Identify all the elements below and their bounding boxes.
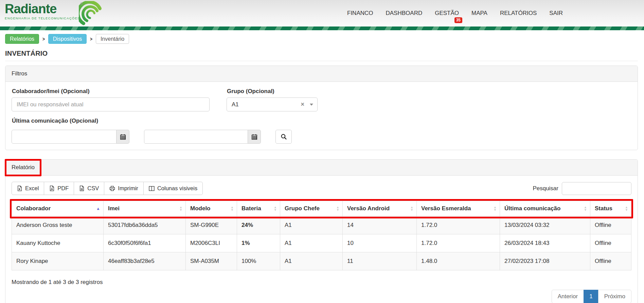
filter-search-button[interactable] <box>275 130 292 144</box>
green-striped-divider <box>0 26 644 30</box>
logo-tagline: ENGENHARIA DE TELECOMUNICAÇÕES <box>5 16 80 20</box>
breadcrumb-arrow-icon: > <box>90 36 92 42</box>
cell-ultima-comunicacao: 27/02/2023 17:08 <box>500 252 590 270</box>
sort-both-icon: ▲▼ <box>179 206 182 211</box>
cell-bateria: 1% <box>237 234 280 252</box>
export-button-group: Excel PDF <box>12 182 203 195</box>
report-toolbar: Excel PDF <box>12 182 631 195</box>
cell-colaborador: Rory Kinape <box>12 252 104 270</box>
colunas-visiveis-button[interactable]: Colunas visiveis <box>143 182 203 195</box>
column-header-colaborador[interactable]: Colaborador ▲ <box>12 201 104 216</box>
pdf-button[interactable]: PDF <box>44 182 74 195</box>
pagination-prev-button[interactable]: Anterior <box>552 290 584 303</box>
pagination: Anterior 1 Próximo <box>552 290 631 303</box>
table-row: Rory Kinape 46eaff83b3af28e5 SM-A035M 10… <box>12 252 631 270</box>
svg-text:®: ® <box>80 2 83 6</box>
cell-versao-esmeralda: 1.72.0 <box>417 234 500 252</box>
column-header-status[interactable]: Status ▲▼ <box>590 201 631 216</box>
table-row: Anderson Gross teste 53017fdb6a36dda5 SM… <box>12 216 631 234</box>
column-header-grupo-chefe[interactable]: Grupo Chefe ▲▼ <box>280 201 343 216</box>
main-nav: FINANCO DASHBOARD GESTÃO 35 MAPA RELATÓR… <box>347 0 563 26</box>
cell-versao-esmeralda: 1.72.0 <box>417 216 500 234</box>
cell-modelo: SM-G990E <box>186 216 237 234</box>
cell-status: Offline <box>590 216 631 234</box>
excel-button[interactable]: Excel <box>12 182 44 195</box>
colaborador-imei-input[interactable] <box>12 97 210 111</box>
nav-item-dashboard[interactable]: DASHBOARD <box>386 10 423 17</box>
breadcrumb-relatorios[interactable]: Relatórios <box>5 34 39 44</box>
nav-item-relatorios[interactable]: RELATÓRIOS <box>500 10 537 17</box>
logo-swoosh-icon: ® <box>79 1 109 25</box>
column-header-ultima-comunicacao[interactable]: Última comunicação ▲▼ <box>500 201 590 216</box>
filters-panel-heading[interactable]: Filtros <box>5 66 638 82</box>
title-divider <box>5 61 638 61</box>
imprimir-button[interactable]: Imprimir <box>104 182 144 195</box>
cell-ultima-comunicacao: 13/03/2024 03:32 <box>500 216 590 234</box>
date-to-input[interactable] <box>144 130 248 144</box>
sort-both-icon: ▲▼ <box>410 206 413 211</box>
cell-imei: 46eaff83b3af28e5 <box>104 252 186 270</box>
column-header-versao-android[interactable]: Versão Android ▲▼ <box>343 201 417 216</box>
cell-grupo-chefe: A1 <box>280 216 343 234</box>
grupo-select[interactable]: A1 × <box>227 97 318 111</box>
table-search-input[interactable] <box>562 182 631 195</box>
pagination-next-button[interactable]: Próximo <box>598 290 631 303</box>
cell-bateria: 24% <box>237 216 280 234</box>
csv-file-icon <box>79 185 85 191</box>
cell-grupo-chefe: A1 <box>280 234 343 252</box>
nav-item-mapa[interactable]: MAPA <box>471 10 487 17</box>
cell-versao-android: 14 <box>343 216 417 234</box>
printer-icon <box>109 185 115 191</box>
cell-bateria: 100% <box>237 252 280 270</box>
page: Radiante ENGENHARIA DE TELECOMUNICAÇÕES … <box>0 0 644 303</box>
radiante-logo: Radiante ENGENHARIA DE TELECOMUNICAÇÕES … <box>5 2 109 25</box>
table-row: Kauany Kuttoche 6c30f0f50f6f6fa1 M2006C3… <box>12 234 631 252</box>
cell-ultima-comunicacao: 26/03/2024 18:43 <box>500 234 590 252</box>
report-panel-heading[interactable]: Relatório <box>5 160 638 176</box>
pagination-page-1[interactable]: 1 <box>584 290 598 303</box>
calendar-addon-to[interactable] <box>248 130 261 144</box>
cell-versao-esmeralda: 1.48.0 <box>417 252 500 270</box>
column-header-modelo[interactable]: Modelo ▲▼ <box>186 201 237 216</box>
top-header: Radiante ENGENHARIA DE TELECOMUNICAÇÕES … <box>0 0 644 26</box>
cell-status: Offline <box>590 252 631 270</box>
columns-icon <box>149 186 155 191</box>
calendar-icon <box>251 134 257 140</box>
csv-button[interactable]: CSV <box>74 182 104 195</box>
column-header-imei[interactable]: Imei ▲▼ <box>104 201 186 216</box>
report-table-wrap: Colaborador ▲ Imei ▲▼ Modelo ▲▼ <box>12 201 631 270</box>
sort-both-icon: ▲▼ <box>494 206 497 211</box>
sort-both-icon: ▲▼ <box>231 206 234 211</box>
chevron-down-icon[interactable] <box>310 104 313 106</box>
cell-versao-android: 10 <box>343 234 417 252</box>
nav-item-gestao[interactable]: GESTÃO 35 <box>435 10 459 17</box>
nav-item-financo[interactable]: FINANCO <box>347 10 373 17</box>
cell-status: Offline <box>590 234 631 252</box>
column-header-bateria[interactable]: Bateria ▲▼ <box>237 201 280 216</box>
sort-both-icon: ▲▼ <box>274 206 277 211</box>
cell-colaborador: Kauany Kuttoche <box>12 234 104 252</box>
breadcrumb-dispositivos[interactable]: Dispositivos <box>48 34 87 44</box>
nav-item-sair[interactable]: SAIR <box>549 10 563 17</box>
date-from-group <box>12 130 129 144</box>
date-to-group <box>144 130 261 144</box>
sort-both-icon: ▲▼ <box>336 206 339 211</box>
clear-selection-icon[interactable]: × <box>298 101 307 108</box>
table-search: Pesquisar <box>533 182 631 195</box>
excel-file-icon <box>17 185 22 191</box>
date-from-input[interactable] <box>12 130 117 144</box>
table-header-row: Colaborador ▲ Imei ▲▼ Modelo ▲▼ <box>12 201 631 216</box>
breadcrumb: Relatórios > Dispositivos > Inventário <box>5 34 638 44</box>
column-header-versao-esmeralda[interactable]: Versão Esmeralda ▲▼ <box>417 201 500 216</box>
grupo-selected-value: A1 <box>232 101 298 108</box>
filters-panel: Filtros Colaborador/Imei (Opcional) Grup… <box>5 66 638 150</box>
sort-both-icon: ▲▼ <box>625 206 628 211</box>
grupo-label: Grupo (Opcional) <box>227 88 318 95</box>
pdf-file-icon <box>49 185 55 191</box>
cell-modelo: SM-A035M <box>186 252 237 270</box>
cell-versao-android: 11 <box>343 252 417 270</box>
search-icon <box>281 133 287 140</box>
cell-grupo-chefe: A1 <box>280 252 343 270</box>
breadcrumb-arrow-icon: > <box>42 36 45 42</box>
calendar-addon-from[interactable] <box>117 130 129 144</box>
